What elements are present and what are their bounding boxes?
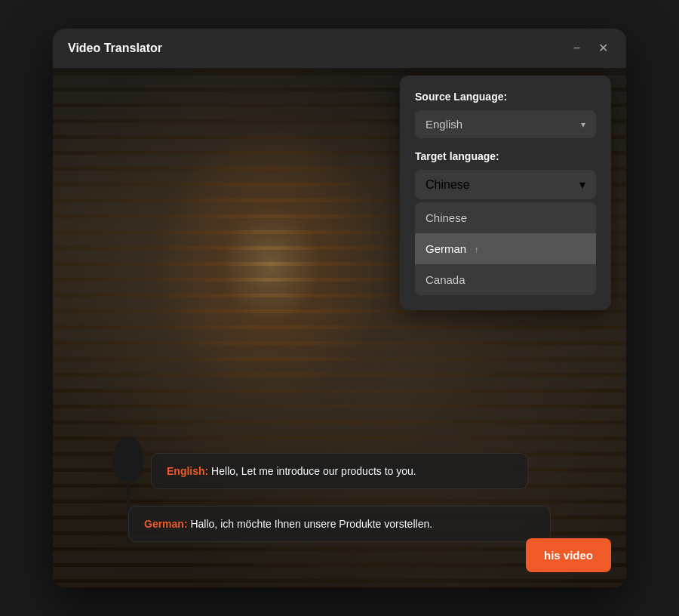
subtitle-german-bar: German: Hallo, ich möchte Ihnen unsere P… (128, 506, 551, 542)
dropdown-item-chinese[interactable]: Chinese (415, 202, 596, 233)
target-language-select[interactable]: Chinese ▾ (415, 170, 596, 199)
minimize-button[interactable]: − (570, 39, 583, 57)
dropdown-item-canada[interactable]: Canada (415, 264, 596, 295)
english-subtitle-label: English: (167, 465, 208, 477)
target-language-value: Chinese (426, 178, 470, 192)
source-chevron-icon: ▾ (581, 119, 585, 130)
window-title: Video Translator (68, 42, 162, 55)
source-language-value: English (426, 118, 462, 131)
target-language-label: Target language: (415, 150, 596, 162)
german-subtitle-text: Hallo, ich möchte Ihnen unsere Produkte … (188, 518, 433, 530)
translate-button[interactable]: his video (526, 538, 611, 572)
dropdown-item-german[interactable]: German ↑ (415, 233, 596, 264)
subtitle-english-bar: English: Hello, Let me introduce our pro… (151, 453, 528, 489)
english-subtitle-text: Hello, Let me introduce our products to … (208, 465, 416, 477)
source-language-select[interactable]: English ▾ (415, 110, 596, 138)
source-language-label: Source Language: (415, 91, 596, 103)
target-chevron-icon: ▾ (579, 177, 585, 192)
window-controls: − ✕ (570, 39, 611, 57)
video-area: Source Language: English ▾ Target langua… (53, 68, 626, 587)
app-window: Video Translator − ✕ (53, 29, 626, 587)
titlebar: Video Translator − ✕ (53, 29, 626, 68)
language-dropdown-list: Chinese German ↑ Canada (415, 202, 596, 295)
language-panel: Source Language: English ▾ Target langua… (400, 75, 611, 310)
cursor-icon: ↑ (474, 245, 478, 255)
close-button[interactable]: ✕ (595, 39, 611, 57)
german-subtitle-label: German: (144, 518, 188, 530)
